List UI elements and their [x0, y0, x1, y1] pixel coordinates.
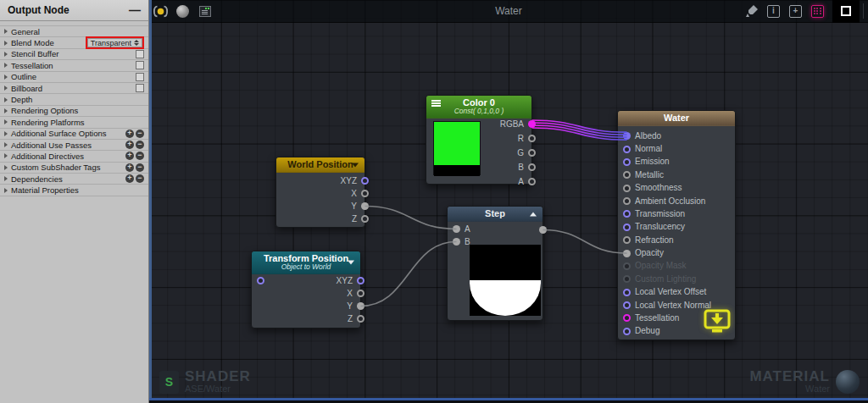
input-port-albedo[interactable]: Albedo [623, 130, 735, 142]
y-port-dot[interactable] [357, 302, 364, 310]
outline-checkbox[interactable] [136, 73, 144, 81]
inspector-row-rendering-options[interactable]: Rendering Options [0, 106, 148, 117]
maximize-icon[interactable] [832, 0, 855, 23]
node-header[interactable]: Water [618, 111, 735, 126]
inspector-row-blend-mode[interactable]: Blend ModeTransparent [0, 37, 148, 48]
minimize-button[interactable]: — [129, 5, 141, 15]
a-port-dot[interactable] [453, 225, 460, 233]
node-header[interactable]: Transform PositionObject to World [252, 251, 360, 274]
foldout-arrow-icon[interactable] [4, 165, 8, 170]
console-panel-icon[interactable] [198, 4, 212, 19]
tessellation-port-dot[interactable] [623, 314, 631, 322]
y-port-dot[interactable] [361, 202, 369, 210]
x-port-dot[interactable] [357, 290, 364, 297]
sphere-preview-icon[interactable] [175, 4, 190, 19]
foldout-arrow-icon[interactable] [4, 86, 8, 91]
foldout-arrow-icon[interactable] [4, 52, 8, 57]
foldout-arrow-icon[interactable] [4, 63, 8, 68]
wire-color0:RGBA-to-water:Albedo[interactable] [532, 120, 627, 132]
input-port-opacity[interactable]: Opacity [623, 246, 735, 259]
local-vertex-normal-port-dot[interactable] [623, 301, 631, 309]
foldout-arrow-icon[interactable] [4, 188, 8, 193]
inspector-row-rendering-platforms[interactable]: Rendering Platforms [0, 117, 148, 128]
inspector-row-additional-surface-options[interactable]: Additional Surface Options+− [0, 129, 148, 140]
node-transform-position[interactable]: Transform PositionObject to WorldXYZXYZ [251, 251, 361, 328]
inspector-row-dependencies[interactable]: Dependencies+− [0, 174, 148, 185]
node-header[interactable]: Step [448, 207, 542, 222]
dependencies-add-button[interactable]: + [125, 174, 134, 183]
stencil-buffer-checkbox[interactable] [136, 50, 144, 58]
transmission-port-dot[interactable] [623, 210, 631, 218]
node-dropdown-icon[interactable] [352, 163, 359, 167]
albedo-port-dot[interactable] [623, 132, 631, 140]
inspector-row-material-properties[interactable]: Material Properties [0, 185, 148, 196]
input-port-smoothness[interactable]: Smoothness [623, 182, 735, 195]
input-port-local-vertex-offset[interactable]: Local Vertex Offset [623, 286, 735, 299]
inspector-row-depth[interactable]: Depth [0, 94, 148, 105]
input-port-emission[interactable]: Emission [623, 156, 735, 168]
node-step[interactable]: StepAB [447, 206, 543, 321]
output-port-z[interactable]: Z [252, 312, 360, 325]
additional-directives-add-button[interactable]: + [125, 152, 134, 160]
opacity-mask-port-dot[interactable] [623, 262, 631, 270]
input-port-normal[interactable]: Normal [623, 142, 735, 155]
refraction-port-dot[interactable] [623, 236, 631, 244]
x-port-dot[interactable] [361, 190, 369, 197]
tessellation-checkbox[interactable] [136, 61, 144, 69]
xyz-port-dot[interactable] [361, 177, 369, 185]
collapse-preview-icon[interactable] [530, 212, 537, 216]
custom-lighting-port-dot[interactable] [623, 275, 631, 283]
wire-world_position:Y-to-step:A[interactable] [365, 207, 457, 229]
node-dropdown-icon[interactable] [348, 261, 354, 265]
out-port-dot[interactable] [257, 277, 264, 284]
node-header[interactable]: World Position [276, 157, 364, 173]
normal-port-dot[interactable] [623, 146, 631, 153]
b-port-dot[interactable] [528, 163, 536, 171]
a-port-dot[interactable] [528, 178, 536, 185]
g-port-dot[interactable] [528, 149, 536, 157]
inspector-row-tessellation[interactable]: Tessellation [0, 60, 148, 71]
opacity-port-dot[interactable] [623, 250, 631, 257]
node-menu-icon[interactable] [431, 100, 441, 107]
r-port-dot[interactable] [528, 135, 536, 142]
additional-surface-options-remove-button[interactable]: − [136, 130, 144, 138]
wire-transform_position:Y-to-step:B[interactable] [361, 242, 457, 306]
metallic-port-dot[interactable] [623, 171, 631, 179]
input-port-a[interactable]: A [453, 223, 542, 235]
additional-use-passes-remove-button[interactable]: − [136, 141, 144, 149]
inspector-row-additional-use-passes[interactable]: Additional Use Passes+− [0, 140, 148, 151]
save-shader-icon[interactable] [703, 309, 732, 338]
clean-icon[interactable] [744, 4, 759, 19]
input-port-custom-lighting[interactable]: Custom Lighting [623, 273, 735, 285]
output-port-y[interactable]: Y [276, 200, 364, 213]
blend-mode-dropdown[interactable]: Transparent [87, 38, 142, 47]
foldout-arrow-icon[interactable] [4, 75, 8, 80]
inspector-row-outline[interactable]: Outline [0, 72, 148, 83]
dependencies-remove-button[interactable]: − [136, 174, 144, 183]
output-port-z[interactable]: Z [276, 213, 364, 225]
additional-use-passes-add-button[interactable]: + [125, 141, 134, 149]
inspector-row-additional-directives[interactable]: Additional Directives+− [0, 151, 148, 162]
input-port-transmission[interactable]: Transmission [623, 207, 735, 220]
focus-selection-icon[interactable] [153, 4, 168, 19]
z-port-dot[interactable] [361, 215, 369, 223]
node-world-position[interactable]: World PositionXYZXYZ [275, 157, 365, 228]
custom-subshader-tags-add-button[interactable]: + [125, 163, 134, 172]
foldout-arrow-icon[interactable] [4, 41, 8, 46]
additional-surface-options-add-button[interactable]: + [125, 130, 134, 138]
debug-port-dot[interactable] [623, 328, 631, 335]
rgba-port-dot[interactable] [528, 120, 536, 128]
node-graph-canvas[interactable]: Water i+ World PositionXYZXYZTransform P… [149, 0, 868, 400]
foldout-arrow-icon[interactable] [4, 153, 8, 158]
foldout-arrow-icon[interactable] [4, 131, 8, 136]
translucency-port-dot[interactable] [623, 224, 631, 231]
billboard-checkbox[interactable] [136, 84, 144, 92]
foldout-arrow-icon[interactable] [4, 29, 8, 34]
wire-color0:RGBA-to-water:Albedo[interactable] [532, 125, 627, 137]
node-header[interactable]: Color 0Const( 0,1,0,0 ) [426, 96, 531, 119]
wire-color0:RGBA-to-water:Albedo[interactable] [532, 123, 627, 135]
additional-directives-remove-button[interactable]: − [136, 152, 144, 160]
foldout-arrow-icon[interactable] [4, 142, 8, 147]
ambient-occlusion-port-dot[interactable] [623, 197, 631, 205]
grid-snap-icon[interactable] [810, 4, 825, 19]
